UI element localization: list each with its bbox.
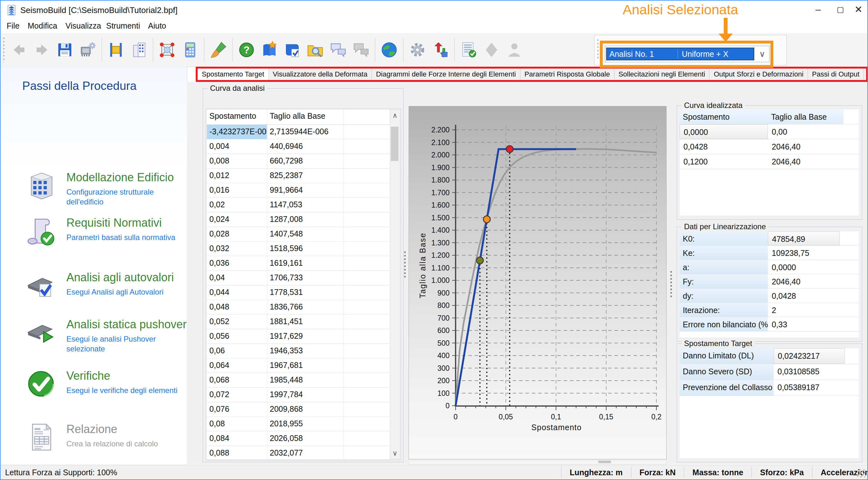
calculator-button[interactable] (179, 36, 202, 63)
table-cell[interactable]: 0,0000 (680, 125, 768, 139)
table-cell[interactable]: 0,068 (207, 373, 267, 387)
table-cell[interactable]: 1619,161 (267, 256, 343, 271)
table-cell[interactable]: 0,064 (207, 358, 267, 373)
tab-parametri-risposta-globale[interactable]: Parametri Risposta Globale (520, 69, 615, 80)
table-cell[interactable]: 2032,077 (267, 446, 343, 460)
menu-strumenti[interactable]: Strumenti (106, 21, 140, 31)
column-header[interactable]: Spostamento (680, 109, 768, 124)
table-row[interactable]: 0,0842026,058 (207, 432, 390, 446)
table-cell[interactable]: 2,7135944E-006 (267, 125, 343, 139)
table-cell[interactable]: 0,028 (207, 227, 267, 241)
row-value[interactable]: 0,33 (768, 317, 840, 331)
table-cell[interactable]: 0,056 (207, 329, 267, 343)
table-cell[interactable]: 1287,008 (267, 212, 343, 227)
minimize-button[interactable]: – (809, 3, 827, 16)
table-cell[interactable]: 0,04 (207, 271, 267, 285)
marker-prevenzione-del-collasso-nc-[interactable] (506, 146, 513, 153)
table-row[interactable]: 0,012825,2387 (207, 169, 390, 183)
tab-sollecitazioni-negli-elementi[interactable]: Sollecitazioni negli Elementi (615, 69, 710, 80)
table-cell[interactable]: 0,076 (207, 402, 267, 416)
table-row[interactable]: 0,0521881,451 (207, 315, 390, 329)
globe-button[interactable] (378, 36, 401, 63)
table-cell[interactable]: 1706,733 (267, 271, 343, 285)
table-cell[interactable]: 0,06 (207, 344, 267, 358)
row-value[interactable]: 0,02423217 (774, 348, 845, 364)
table-cell[interactable]: 1407,548 (267, 227, 343, 241)
row-value[interactable]: 2046,40 (768, 274, 840, 288)
table-cell[interactable]: 991,9664 (267, 183, 343, 198)
table-row[interactable]: 0,082018,955 (207, 417, 390, 432)
table-cell[interactable]: 2046,40 (768, 139, 843, 154)
save-button[interactable] (53, 36, 76, 63)
column-header-taglio-alla-base[interactable]: Taglio alla Base (267, 109, 343, 125)
resize-grip[interactable] (857, 469, 865, 477)
table-row[interactable]: 0,0762009,868 (207, 402, 390, 417)
tab-passi-di-output[interactable]: Passi di Output (808, 69, 864, 80)
table-cell[interactable]: 0,08 (207, 417, 267, 431)
marker-danno-limitato-dl-[interactable] (476, 257, 484, 264)
table-row[interactable]: -3,4232737E-0052,7135944E-006 (207, 125, 390, 139)
column-header-spostamento[interactable]: Spostamento (207, 109, 267, 125)
table-cell[interactable]: 1778,531 (267, 285, 343, 300)
table-row[interactable]: 0,0321518,596 (207, 242, 390, 256)
chart-horizontal-scrollbar[interactable] (409, 460, 666, 465)
table-chart-splitter[interactable] (404, 251, 406, 279)
table-cell[interactable]: 1997,784 (267, 388, 343, 402)
analysis-selector-combobox[interactable]: Analisi No. 1 Uniforme + X ∨ (605, 46, 770, 62)
folder-search-button[interactable] (304, 36, 327, 63)
table-cell[interactable]: 1518,596 (267, 242, 343, 256)
output-check-button[interactable] (457, 36, 480, 63)
table-cell[interactable]: 2009,868 (267, 402, 343, 416)
column-header[interactable]: Taglio alla Base (768, 109, 843, 124)
tab-visualizzatore-della-deformata[interactable]: Visualizzatore della Deformata (269, 69, 372, 80)
table-cell[interactable]: 2018,955 (267, 417, 343, 431)
tutorial-book-button[interactable] (258, 36, 281, 63)
table-row[interactable]: 0,021147,053 (207, 198, 390, 212)
maximize-button[interactable]: ▢ (832, 3, 849, 16)
chevron-down-icon[interactable]: ∨ (755, 49, 769, 59)
table-cell[interactable]: 2046,40 (768, 154, 843, 169)
table-cell[interactable]: 0,004 (207, 139, 267, 153)
table-cell[interactable]: 0,084 (207, 432, 267, 446)
table-cell[interactable]: 660,7298 (267, 154, 343, 168)
table-cell[interactable]: 0,00 (768, 125, 843, 139)
table-cell[interactable]: 2026,058 (267, 432, 343, 446)
tab-spostamento-target[interactable]: Spostamento Target (197, 69, 269, 80)
row-value[interactable]: 2 (768, 303, 840, 317)
table-row[interactable]: 0,041706,733 (207, 271, 390, 285)
scroll-up-icon[interactable]: ∧ (390, 110, 400, 121)
table-row[interactable]: 0,016991,9664 (207, 183, 390, 198)
toolbar-grip[interactable] (3, 37, 4, 62)
tab-output-sforzi-e-deformazioni[interactable]: Output Sforzi e Deformazioni (709, 69, 808, 80)
table-row[interactable]: 0,0281407,548 (207, 227, 390, 242)
help-button[interactable]: ? (235, 36, 258, 63)
tab-diagrammi-delle-forze-interne-degli-elem[interactable]: Diagrammi delle Forze Interne degli Elem… (372, 69, 520, 80)
table-cell[interactable]: 1946,353 (267, 344, 343, 358)
table-scrollbar[interactable]: ∧ ∨ (390, 110, 400, 459)
row-value[interactable]: 0,03108585 (774, 364, 845, 380)
table-row[interactable]: 0,0681985,448 (207, 373, 390, 388)
row-value[interactable]: 47854,89 (768, 232, 840, 245)
comments-button[interactable] (327, 36, 349, 63)
table-cell[interactable]: 0,072 (207, 388, 267, 402)
table-cell[interactable]: 0,044 (207, 285, 267, 300)
table-row[interactable]: 0,008660,7298 (207, 154, 390, 169)
table-row[interactable]: 0,004440,6946 (207, 139, 390, 154)
table-cell[interactable]: 1985,448 (267, 373, 343, 387)
3d-frame-button[interactable] (156, 36, 179, 63)
table-cell[interactable]: 1147,053 (267, 198, 343, 212)
table-cell[interactable]: 0,016 (207, 183, 267, 198)
table-cell[interactable]: 0,02 (207, 198, 267, 212)
table-cell[interactable]: 440,6946 (267, 139, 343, 153)
scroll-down-icon[interactable]: ∨ (390, 448, 400, 459)
table-cell[interactable]: 0,032 (207, 242, 267, 256)
table-row[interactable]: 0,0882032,077 (207, 446, 390, 460)
table-row[interactable]: 0,061946,353 (207, 344, 390, 358)
check-book-button[interactable] (281, 36, 304, 63)
dropdown-panel-grip[interactable] (597, 39, 598, 60)
close-button[interactable]: ✕ (849, 3, 867, 16)
table-row[interactable]: 0,0561917,629 (207, 329, 390, 344)
table-row[interactable]: 0,12002046,40 (680, 154, 859, 169)
table-row[interactable]: 0,00000,00 (680, 125, 859, 139)
row-value[interactable]: 0,05389187 (774, 380, 845, 396)
